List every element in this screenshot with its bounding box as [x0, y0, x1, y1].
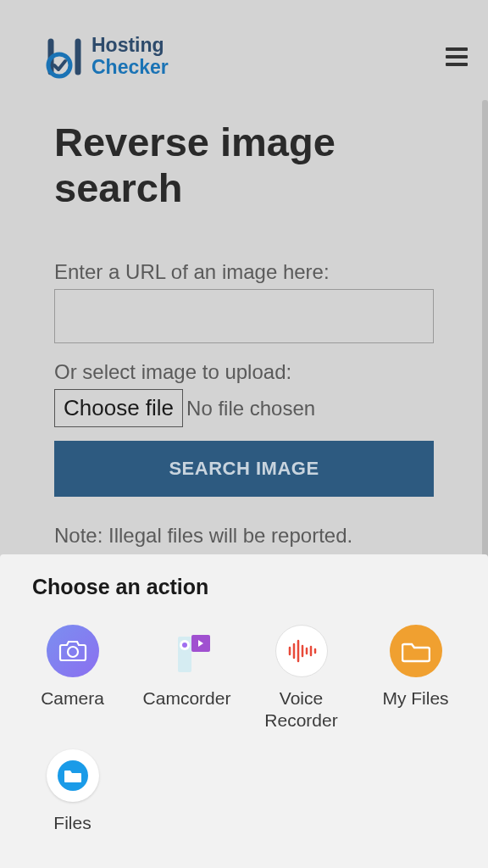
app-header: Hosting Checker — [0, 0, 488, 99]
camera-icon — [47, 625, 99, 677]
action-label: Files — [53, 812, 91, 834]
file-status-text: No file chosen — [186, 397, 315, 420]
search-image-button[interactable]: SEARCH IMAGE — [54, 441, 434, 497]
hamburger-menu-icon[interactable] — [446, 47, 468, 66]
action-voice-recorder[interactable]: Voice Recorder — [244, 625, 358, 732]
main-content: Reverse image search Enter a URL of an i… — [0, 99, 488, 581]
page-title: Reverse image search — [54, 120, 434, 211]
camcorder-icon — [161, 625, 214, 677]
logo-text-bottom: Checker — [92, 57, 169, 78]
choose-file-button[interactable]: Choose file — [54, 389, 183, 427]
action-my-files[interactable]: My Files — [358, 625, 473, 732]
action-sheet: Choose an action Camera Cam — [0, 554, 488, 868]
action-label: Voice Recorder — [244, 687, 358, 732]
action-files[interactable]: Files — [15, 749, 130, 834]
url-input[interactable] — [54, 289, 434, 343]
logo[interactable]: Hosting Checker — [44, 35, 169, 79]
action-label: My Files — [382, 687, 448, 709]
upload-label: Or select image to upload: — [54, 360, 434, 384]
files-icon — [47, 749, 99, 802]
action-grid: Camera Camcorder — [0, 625, 488, 834]
svg-point-1 — [68, 647, 78, 657]
url-input-label: Enter a URL of an image here: — [54, 260, 434, 284]
action-camcorder[interactable]: Camcorder — [130, 625, 244, 732]
scrollbar-thumb[interactable] — [482, 100, 488, 558]
logo-text: Hosting Checker — [92, 35, 169, 78]
action-label: Camcorder — [143, 687, 231, 709]
note-line-1: Note: Illegal files will be reported. — [54, 520, 434, 551]
action-sheet-title: Choose an action — [32, 575, 488, 599]
svg-point-4 — [182, 643, 187, 648]
my-files-icon — [390, 625, 442, 677]
logo-text-top: Hosting — [92, 35, 169, 56]
logo-icon — [44, 35, 85, 79]
action-camera[interactable]: Camera — [15, 625, 130, 732]
voice-recorder-icon — [275, 625, 328, 677]
file-input-row: Choose file No file chosen — [54, 389, 434, 427]
action-label: Camera — [41, 687, 104, 709]
